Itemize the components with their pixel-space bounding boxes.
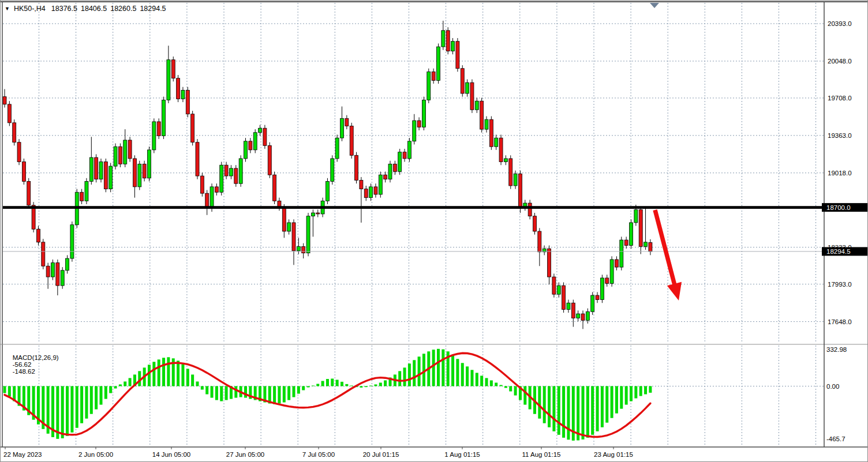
sell-arrow-annotation[interactable]	[655, 210, 682, 301]
price-badges: 18700.018294.5	[822, 203, 867, 256]
last-high-value: 18406.5	[81, 5, 107, 13]
symbol-period-label: HK50-,H4	[14, 5, 46, 13]
svg-text:14 Jun 05:00: 14 Jun 05:00	[152, 451, 191, 458]
macd-axis-labels: 332.980.00-465.7	[826, 346, 847, 442]
svg-text:1 Aug 01:15: 1 Aug 01:15	[444, 451, 480, 458]
last-open-value: 18376.5	[51, 5, 77, 13]
svg-text:-465.7: -465.7	[826, 435, 845, 442]
last-close-value: 18294.5	[140, 5, 166, 13]
time-axis-labels[interactable]: 22 May 20232 Jun 05:0014 Jun 05:0027 Jun…	[3, 447, 633, 458]
price-axis-labels: 20393.020048.019708.019363.019018.018333…	[828, 20, 852, 325]
svg-text:332.98: 332.98	[826, 346, 847, 353]
svg-text:20393.0: 20393.0	[828, 20, 852, 27]
svg-text:0.00: 0.00	[826, 383, 839, 390]
svg-text:11 Aug 01:15: 11 Aug 01:15	[522, 451, 561, 458]
svg-text:18294.5: 18294.5	[826, 248, 851, 255]
scroll-to-end-icon[interactable]	[650, 3, 659, 8]
svg-text:19363.0: 19363.0	[828, 132, 852, 139]
macd-name: MACD(12,26,9)	[13, 354, 59, 361]
chart-window: 20393.020048.019708.019363.019018.018333…	[0, 0, 868, 462]
svg-text:19708.0: 19708.0	[828, 95, 852, 102]
macd-signal-value: -148.62	[13, 368, 35, 375]
chart-canvas[interactable]: 20393.020048.019708.019363.019018.018333…	[1, 1, 867, 461]
symbol-dropdown-icon[interactable]: ▼	[5, 5, 10, 12]
svg-text:23 Aug 01:15: 23 Aug 01:15	[594, 451, 633, 458]
svg-text:20048.0: 20048.0	[828, 58, 852, 65]
svg-text:17993.0: 17993.0	[828, 281, 852, 288]
svg-text:27 Jun 05:00: 27 Jun 05:00	[226, 451, 265, 458]
macd-indicator-label: MACD(12,26,9) -56.62 -148.62	[5, 347, 62, 382]
svg-text:18700.0: 18700.0	[826, 204, 851, 211]
candlesticks	[3, 21, 652, 329]
horizontal-level-line[interactable]	[3, 206, 824, 209]
svg-text:22 May 2023: 22 May 2023	[3, 451, 42, 458]
last-low-value: 18260.5	[110, 5, 136, 13]
svg-text:20 Jul 01:15: 20 Jul 01:15	[363, 451, 399, 458]
macd-main-value: -56.62	[13, 361, 32, 368]
svg-text:19018.0: 19018.0	[828, 170, 852, 176]
svg-text:17648.0: 17648.0	[828, 318, 852, 325]
chart-title: ▼ HK50-,H4 18376.5 18406.5 18260.5 18294…	[5, 5, 170, 13]
svg-text:7 Jul 05:00: 7 Jul 05:00	[302, 451, 335, 458]
macd-histogram	[3, 349, 652, 441]
svg-text:2 Jun 05:00: 2 Jun 05:00	[78, 451, 113, 458]
